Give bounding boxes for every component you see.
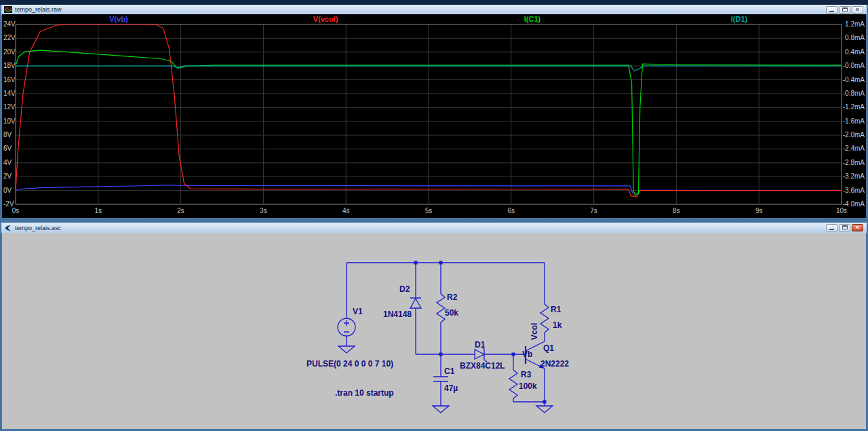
left-tick-label: 16V [3,76,16,83]
minimize-button[interactable] [826,224,837,231]
x-tick-label: 9s [755,207,763,214]
maximize-button[interactable] [839,224,850,231]
legend-V(vb)[interactable]: V(vb) [109,15,128,23]
right-tick-label: -2.0mA [843,131,865,138]
maximize-icon [842,225,848,229]
label-r1-value[interactable]: 1k [553,320,562,330]
waveform-window-titlebar[interactable]: tempo_relais.raw × [1,5,867,15]
window-separator [0,218,868,223]
label-d2-value[interactable]: 1N4148 [383,310,412,319]
right-tick-label: -1.6mA [843,117,865,125]
close-button[interactable]: × [852,6,863,14]
component-r3[interactable] [509,370,517,398]
label-q1-name[interactable]: Q1 [543,343,554,353]
label-r2-value[interactable]: 50k [445,308,458,318]
left-tick-label: 22V [3,34,16,41]
right-tick-label: 0.4mA [845,48,865,56]
left-tick-label: 20V [3,48,16,56]
close-button[interactable]: × [852,224,863,231]
component-r2[interactable] [437,294,445,322]
left-tick-label: 24V [3,20,16,28]
label-directive[interactable]: .tran 10 startup [335,388,394,398]
left-tick-label: 12V [3,103,16,111]
left-tick-label: -2V [3,200,14,208]
label-q1-value[interactable]: 2N2222 [540,359,569,369]
component-r1[interactable] [540,304,549,333]
minimize-icon [829,11,834,12]
schematic-canvas[interactable]: V1 PULSE(0 24 0 0 0 7 10) .tran 10 start… [2,233,866,429]
right-tick-label: -3.6mA [843,187,865,194]
schematic-window-icon [4,225,12,231]
waveform-window-icon [4,6,12,13]
waveform-plot[interactable]: 0s1s2s3s4s5s6s7s8s9s10s24V1.2mA22V0.8mA2… [2,14,866,218]
right-tick-label: -3.2mA [843,172,865,180]
x-tick-label: 5s [425,207,433,214]
schematic-window-title: tempo_relais.asc [15,225,61,231]
ground-symbol[interactable] [433,406,449,413]
schematic-window-titlebar[interactable]: tempo_relais.asc × [1,223,867,233]
right-tick-label: -1.2mA [843,103,865,111]
right-tick-label: -2.4mA [843,145,865,152]
x-tick-label: 3s [260,207,267,214]
x-tick-label: 2s [177,207,184,214]
plot-background [2,14,866,218]
label-d1-value[interactable]: BZX84C12L [460,361,505,371]
component-c1[interactable] [433,377,448,381]
left-tick-label: 0V [3,187,12,194]
x-tick-label: 7s [590,207,597,214]
left-tick-label: 8V [3,131,12,138]
left-tick-label: 2V [3,172,12,180]
x-tick-label: 6s [508,207,515,214]
ground-symbol[interactable] [536,406,553,413]
right-tick-label: -0.8mA [843,90,865,97]
x-tick-label: 10s [836,207,847,214]
minimize-button[interactable] [826,6,837,14]
schematic-pane[interactable]: V1 PULSE(0 24 0 0 0 7 10) .tran 10 start… [2,233,866,429]
restore-icon [842,7,848,12]
legend-I(D1)[interactable]: I(D1) [731,15,748,23]
left-tick-label: 14V [3,90,16,97]
right-tick-label: -0.0mA [843,62,865,69]
restore-button[interactable] [839,6,850,14]
label-r3-name[interactable]: R3 [521,370,532,379]
label-c1-value[interactable]: 47µ [444,383,458,393]
x-tick-label: 0s [12,207,20,214]
main-window-top-edge [0,0,868,5]
right-tick-label: 1.2mA [845,20,865,28]
label-r3-value[interactable]: 100k [519,381,537,391]
label-d2-name[interactable]: D2 [399,284,410,294]
ltspice-main-window: tempo_relais.raw × 0s1s2s3s4s5s6s7s8s9s1… [0,0,868,431]
net-label-vb[interactable]: Vb [522,350,532,359]
left-tick-label: 4V [3,159,12,166]
right-tick-label: -4.0mA [843,200,865,208]
waveform-pane[interactable]: 0s1s2s3s4s5s6s7s8s9s10s24V1.2mA22V0.8mA2… [2,14,866,218]
label-c1-name[interactable]: C1 [444,367,455,376]
label-d1-name[interactable]: D1 [475,340,486,350]
legend-V(vcol)[interactable]: V(vcol) [313,15,338,23]
minimize-icon [829,229,834,230]
component-v1[interactable] [338,318,355,336]
net-label-vcol[interactable]: Vcol [530,323,539,340]
legend-I(C1)[interactable]: I(C1) [524,15,541,23]
polarity-marks [344,320,349,332]
waveform-window-title: tempo_relais.raw [15,6,62,13]
right-tick-label: -0.4mA [843,76,865,83]
x-tick-label: 4s [342,207,350,214]
ground-symbol[interactable] [338,346,355,353]
label-v1-name[interactable]: V1 [353,307,363,316]
right-tick-label: 0.8mA [845,34,865,41]
label-r1-name[interactable]: R1 [551,305,561,314]
label-v1-value[interactable]: PULSE(0 24 0 0 0 7 10) [307,359,393,369]
left-tick-label: 18V [3,62,16,69]
left-tick-label: 6V [3,145,12,152]
right-tick-label: -2.8mA [843,159,865,166]
label-r2-name[interactable]: R2 [447,293,458,302]
component-d2[interactable] [410,298,421,308]
left-tick-label: 10V [3,117,16,125]
x-tick-label: 1s [95,207,102,214]
x-tick-label: 8s [673,207,680,214]
